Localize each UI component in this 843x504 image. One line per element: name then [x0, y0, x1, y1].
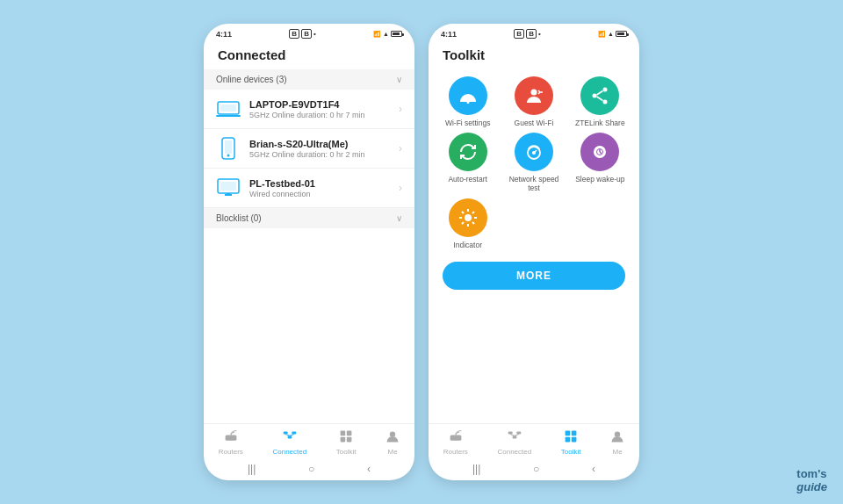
- svg-point-38: [455, 436, 457, 438]
- svg-rect-19: [347, 431, 352, 436]
- status-right-icons-right: 📶 ▲: [598, 31, 627, 38]
- device-sub-laptop: 5GHz Online duration: 0 hr 7 min: [249, 111, 399, 119]
- svg-rect-21: [347, 437, 352, 443]
- svg-line-17: [290, 435, 294, 436]
- toolkit-item-wifi[interactable]: Wi-Fi settings: [437, 76, 498, 127]
- nav-label-toolkit-left: Toolkit: [336, 448, 357, 456]
- recents-btn-right[interactable]: ‹: [592, 463, 595, 475]
- ztelink-share-icon: [580, 76, 619, 115]
- svg-line-42: [510, 435, 515, 436]
- device-sub-monitor: Wired connection: [249, 190, 399, 198]
- status-right-icons: 📶 ▲: [373, 31, 402, 38]
- status-dot-right: •: [538, 30, 541, 38]
- wifi-status-icon-right: ▲: [608, 31, 614, 37]
- svg-rect-47: [572, 437, 577, 443]
- device-icon-phone: [216, 136, 241, 161]
- svg-rect-9: [227, 193, 230, 195]
- nav-label-connected-left: Connected: [272, 448, 306, 456]
- toolkit-item-sleep[interactable]: Sleep wake-up: [570, 133, 630, 192]
- svg-rect-44: [566, 431, 571, 436]
- svg-rect-13: [284, 431, 288, 434]
- nav-label-routers-right: Routers: [443, 448, 468, 456]
- svg-rect-14: [287, 436, 292, 438]
- connected-icon: [283, 429, 297, 446]
- svg-rect-18: [341, 431, 346, 436]
- blocklist-chevron-icon: ∨: [396, 213, 402, 223]
- svg-point-25: [593, 94, 597, 98]
- battery-icon: [391, 31, 402, 37]
- auto-restart-label: Auto-restart: [448, 175, 486, 184]
- nav-me-left[interactable]: Me: [385, 429, 400, 456]
- device-name-monitor: PL-Testbed-01: [249, 178, 399, 189]
- nav-me-right[interactable]: Me: [610, 429, 624, 456]
- me-icon-left: [385, 429, 400, 446]
- svg-line-27: [597, 91, 603, 96]
- svg-point-31: [533, 152, 535, 154]
- device-info-phone: Brian-s-S20-Ultra(Me) 5GHz Online durati…: [249, 139, 399, 159]
- toolkit-item-speed[interactable]: Network speed test: [503, 133, 564, 192]
- svg-rect-1: [220, 104, 236, 112]
- nav-connected-right[interactable]: Connected: [497, 429, 531, 456]
- right-spacer: [429, 295, 639, 423]
- device-sub-phone: 5GHz Online duration: 0 hr 2 min: [249, 150, 399, 159]
- status-b-right: B: [514, 29, 524, 39]
- bottom-nav-right: Routers Connected Toolkit Me: [429, 423, 639, 459]
- more-button[interactable]: MORE: [443, 262, 625, 290]
- speed-test-label: Network speed test: [503, 175, 564, 192]
- status-icons-mid: B B •: [289, 29, 315, 39]
- time-left: 4:11: [216, 30, 232, 39]
- device-item-phone[interactable]: Brian-s-S20-Ultra(Me) 5GHz Online durati…: [204, 129, 414, 169]
- device-item-monitor[interactable]: PL-Testbed-01 Wired connection ›: [204, 169, 414, 208]
- toolkit-item-indicator[interactable]: Indicator: [437, 198, 498, 249]
- back-btn-left[interactable]: |||: [248, 463, 256, 475]
- svg-point-22: [390, 431, 395, 436]
- svg-point-11: [227, 436, 228, 438]
- nav-routers-right[interactable]: Routers: [443, 429, 468, 456]
- svg-rect-40: [512, 436, 516, 438]
- home-bar-right: ||| ○ ‹: [429, 459, 639, 480]
- svg-rect-7: [220, 182, 236, 191]
- toolkit-item-guest[interactable]: Guest Wi-Fi: [503, 76, 564, 127]
- blocklist-label: Blocklist (0): [216, 213, 262, 223]
- svg-rect-20: [341, 437, 346, 443]
- me-icon-right: [610, 429, 624, 446]
- toms-guide-watermark: tom'sguide: [796, 467, 827, 493]
- status-bar-left: 4:11 B B • 📶 ▲: [204, 24, 414, 42]
- home-btn-left[interactable]: ○: [308, 463, 314, 475]
- svg-line-28: [597, 97, 603, 101]
- toolkit-item-restart[interactable]: Auto-restart: [437, 133, 498, 192]
- nav-toolkit-right[interactable]: Toolkit: [561, 429, 581, 456]
- svg-point-48: [615, 431, 620, 436]
- nav-toolkit-left[interactable]: Toolkit: [336, 429, 357, 456]
- nav-label-connected-right: Connected: [497, 448, 531, 456]
- toolkit-icon-right: [564, 429, 578, 446]
- online-devices-header[interactable]: Online devices (3) ∨: [204, 69, 414, 90]
- speed-test-icon: [515, 133, 553, 171]
- device-info-monitor: PL-Testbed-01 Wired connection: [249, 178, 399, 198]
- status-icons-mid-right: B B •: [514, 29, 540, 39]
- status-bar-right: 4:11 B B • 📶 ▲: [429, 24, 639, 42]
- toolkit-grid: Wi-Fi settings Guest Wi-Fi ZTELink Share: [429, 69, 639, 256]
- indicator-label: Indicator: [453, 241, 482, 249]
- guest-wifi-label: Guest Wi-Fi: [515, 119, 554, 127]
- nav-label-me-right: Me: [613, 448, 623, 456]
- nav-routers-left[interactable]: Routers: [219, 429, 243, 456]
- back-btn-right[interactable]: |||: [472, 463, 480, 475]
- recents-btn-left[interactable]: ‹: [367, 463, 371, 475]
- blocklist-header[interactable]: Blocklist (0) ∨: [204, 208, 414, 228]
- svg-point-37: [451, 436, 453, 438]
- home-btn-right[interactable]: ○: [533, 463, 539, 475]
- nav-label-me-left: Me: [388, 448, 398, 456]
- device-arrow-laptop: ›: [399, 103, 402, 115]
- device-item-laptop[interactable]: LAPTOP-E9VDT1F4 5GHz Online duration: 0 …: [204, 90, 414, 129]
- indicator-icon: [449, 198, 487, 237]
- toolkit-item-share[interactable]: ZTELink Share: [570, 76, 630, 127]
- routers-icon: [224, 429, 238, 446]
- status-b2-right: B: [526, 29, 537, 39]
- device-name-phone: Brian-s-S20-Ultra(Me): [249, 139, 399, 149]
- ztelink-share-label: ZTELink Share: [575, 119, 625, 127]
- nav-connected-left[interactable]: Connected: [272, 429, 306, 456]
- online-devices-label: Online devices (3): [216, 75, 287, 84]
- svg-point-23: [530, 90, 537, 96]
- svg-point-24: [603, 88, 608, 92]
